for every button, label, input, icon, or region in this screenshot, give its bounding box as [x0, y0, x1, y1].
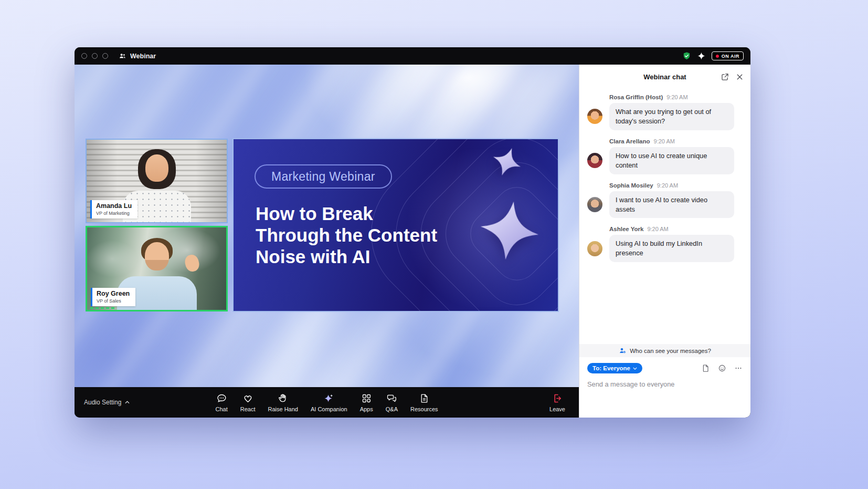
- slide-title: How to Break Through the Content Noise w…: [256, 203, 437, 268]
- desktop-background: Webinar ON AIR: [0, 0, 868, 489]
- file-icon[interactable]: [702, 364, 710, 372]
- privacy-note[interactable]: Who can see your messages?: [579, 344, 750, 357]
- slide-title-line: How to Break: [256, 203, 437, 225]
- message-author: Ashlee York: [609, 226, 643, 232]
- qa-label: Q&A: [386, 406, 398, 412]
- avatar: [587, 109, 602, 124]
- leave-label: Leave: [549, 406, 565, 412]
- popout-icon[interactable]: [721, 72, 729, 81]
- participant-nametag: Roy Green VP of Sales: [91, 288, 135, 306]
- video-stage: Amanda Lu VP of Marketing Roy Green VP o…: [75, 65, 579, 387]
- resources-label: Resources: [410, 406, 438, 412]
- window-minimize-button[interactable]: [92, 53, 98, 59]
- chevron-down-icon: [633, 367, 637, 370]
- app-title: Webinar: [119, 52, 156, 60]
- emoji-icon[interactable]: [718, 364, 726, 372]
- close-icon[interactable]: [735, 72, 744, 81]
- react-button[interactable]: React: [236, 390, 260, 415]
- message-time: 9:20 AM: [654, 138, 675, 144]
- message-author: Sophia Mosiley: [609, 182, 653, 189]
- chat-label: Chat: [215, 406, 227, 412]
- decorative-star-icon: [475, 196, 544, 265]
- participant-name: Amanda Lu: [96, 202, 132, 210]
- shared-screen-slide: Marketing Webinar How to Break Through t…: [232, 138, 559, 312]
- message-time: 9:20 AM: [657, 182, 678, 189]
- slide-title-line: Noise with AI: [256, 246, 437, 268]
- message-bubble: How to use AI to create unique content: [609, 147, 734, 174]
- apps-icon: [361, 393, 372, 404]
- leave-icon: [552, 393, 563, 404]
- window-controls: [81, 53, 108, 59]
- message-author: Rosa Griffin (Host): [609, 94, 663, 100]
- toolbar-center: Chat React Raise Hand AI Companion: [210, 390, 442, 415]
- raise-hand-label: Raise Hand: [268, 406, 298, 412]
- chat-message: Sophia Mosiley9:20 AM I want to use AI t…: [587, 182, 743, 219]
- message-input[interactable]: Send a message to everyone: [587, 380, 743, 407]
- qa-button[interactable]: Q&A: [381, 390, 403, 415]
- message-time: 9:20 AM: [647, 226, 668, 232]
- ai-companion-icon: [323, 393, 334, 404]
- chat-message: Ashlee York9:20 AM Using AI to build my …: [587, 226, 743, 262]
- privacy-person-icon: [619, 347, 627, 355]
- titlebar-right: ON AIR: [682, 51, 744, 60]
- qa-icon: [386, 393, 397, 404]
- message-time: 9:20 AM: [666, 94, 687, 100]
- chat-message: Clara Arellano9:20 AM How to use AI to c…: [587, 138, 743, 174]
- window-zoom-button[interactable]: [102, 53, 108, 59]
- webinar-window: Webinar ON AIR: [75, 47, 750, 418]
- on-air-dot: [716, 55, 719, 58]
- slide-title-line: Through the Content: [256, 225, 437, 246]
- apps-label: Apps: [360, 406, 373, 412]
- slide-badge: Marketing Webinar: [255, 164, 392, 189]
- video-tile-amanda[interactable]: Amanda Lu VP of Marketing: [86, 139, 228, 223]
- toolbar: Audio Setting Chat React: [75, 387, 579, 418]
- titlebar: Webinar ON AIR: [75, 47, 750, 65]
- avatar: [587, 241, 602, 256]
- react-icon: [242, 393, 253, 404]
- to-selector[interactable]: To: Everyone: [587, 363, 642, 373]
- more-options-icon[interactable]: [734, 364, 743, 372]
- ai-companion-button[interactable]: AI Companion: [306, 390, 352, 415]
- message-author: Clara Arellano: [609, 138, 650, 144]
- chat-icon: [216, 393, 227, 404]
- chat-message: Rosa Griffin (Host)9:20 AM What are you …: [587, 94, 743, 130]
- message-bubble: I want to use AI to create video assets: [609, 191, 734, 219]
- resources-button[interactable]: Resources: [406, 390, 443, 415]
- apps-button[interactable]: Apps: [355, 390, 378, 415]
- resources-icon: [419, 393, 430, 404]
- react-label: React: [240, 406, 256, 412]
- window-close-button[interactable]: [81, 53, 87, 59]
- audio-level-indicator: [90, 307, 115, 309]
- chat-message-list: Rosa Griffin (Host)9:20 AM What are you …: [579, 89, 750, 344]
- raise-hand-icon: [278, 393, 289, 404]
- ai-companion-indicator-icon[interactable]: [697, 51, 706, 60]
- video-tile-roy[interactable]: Roy Green VP of Sales: [86, 226, 228, 311]
- participant-title: VP of Sales: [97, 298, 130, 304]
- participant-nametag: Amanda Lu VP of Marketing: [90, 200, 137, 219]
- avatar: [587, 197, 602, 212]
- chat-title: Webinar chat: [643, 73, 686, 81]
- security-shield-icon[interactable]: [682, 51, 691, 60]
- audio-setting-label: Audio Setting: [84, 399, 121, 406]
- chat-panel: Webinar chat Rosa Griffin (Host)9:20 AM …: [579, 65, 750, 418]
- app-title-label: Webinar: [130, 53, 156, 60]
- avatar: [587, 153, 602, 168]
- participant-title: VP of Marketing: [96, 211, 132, 216]
- to-selector-label: To: Everyone: [592, 365, 630, 371]
- leave-button[interactable]: Leave: [549, 393, 579, 412]
- audio-setting-button[interactable]: Audio Setting: [75, 399, 130, 406]
- message-bubble: Using AI to build my LinkedIn presence: [609, 235, 734, 262]
- participant-name: Roy Green: [97, 290, 130, 297]
- chat-button[interactable]: Chat: [210, 390, 232, 415]
- message-bubble: What are you trying to get out of today'…: [609, 103, 734, 130]
- ai-companion-label: AI Companion: [311, 406, 347, 412]
- on-air-badge: ON AIR: [712, 51, 744, 60]
- participants-icon: [119, 52, 126, 60]
- raise-hand-button[interactable]: Raise Hand: [263, 390, 302, 415]
- chat-header: Webinar chat: [579, 65, 750, 89]
- chevron-up-icon: [125, 401, 130, 404]
- on-air-label: ON AIR: [722, 54, 739, 59]
- composer-area: To: Everyone Send a message to everyone: [579, 357, 750, 418]
- privacy-note-label: Who can see your messages?: [630, 348, 711, 354]
